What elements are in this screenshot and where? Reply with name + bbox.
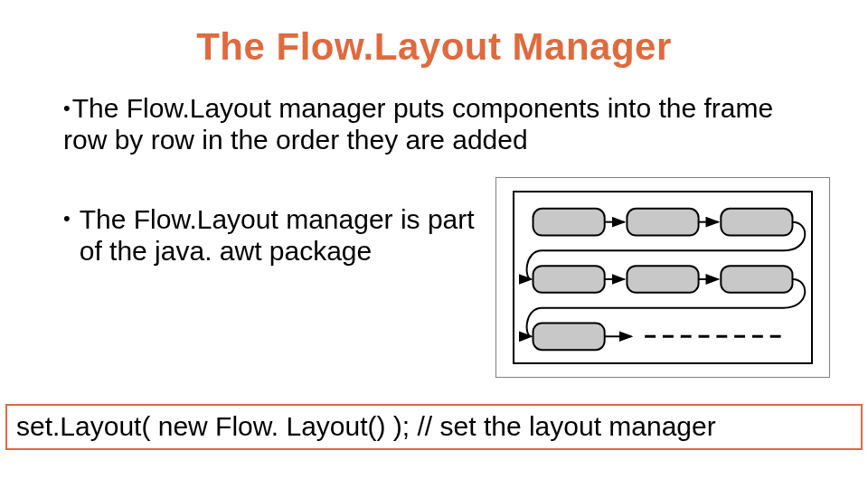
slide: The Flow.Layout Manager •The Flow.Layout… <box>0 0 868 488</box>
diagram-svg <box>514 192 811 362</box>
svg-rect-5 <box>721 266 792 293</box>
bullet-item-1: •The Flow.Layout manager puts components… <box>63 92 805 156</box>
bullet-dot-icon: • <box>63 97 71 119</box>
svg-rect-1 <box>627 209 698 236</box>
flow-layout-diagram <box>495 177 830 378</box>
bullet-1-text: The Flow.Layout manager puts components … <box>63 93 773 155</box>
diagram-frame <box>513 191 813 364</box>
slide-title: The Flow.Layout Manager <box>0 25 868 69</box>
svg-rect-3 <box>533 266 605 293</box>
bullet-2-text: The Flow.Layout manager is part of the j… <box>80 203 488 267</box>
svg-rect-2 <box>721 209 792 236</box>
code-box: set.Layout( new Flow. Layout() ); // set… <box>5 404 863 450</box>
svg-rect-4 <box>627 266 698 293</box>
code-line: set.Layout( new Flow. Layout() ); // set… <box>16 411 716 441</box>
bullet-item-2: • The Flow.Layout manager is part of the… <box>63 203 488 267</box>
bullet-dot-icon: • <box>63 203 71 230</box>
svg-rect-6 <box>533 323 605 350</box>
svg-rect-0 <box>533 209 605 236</box>
